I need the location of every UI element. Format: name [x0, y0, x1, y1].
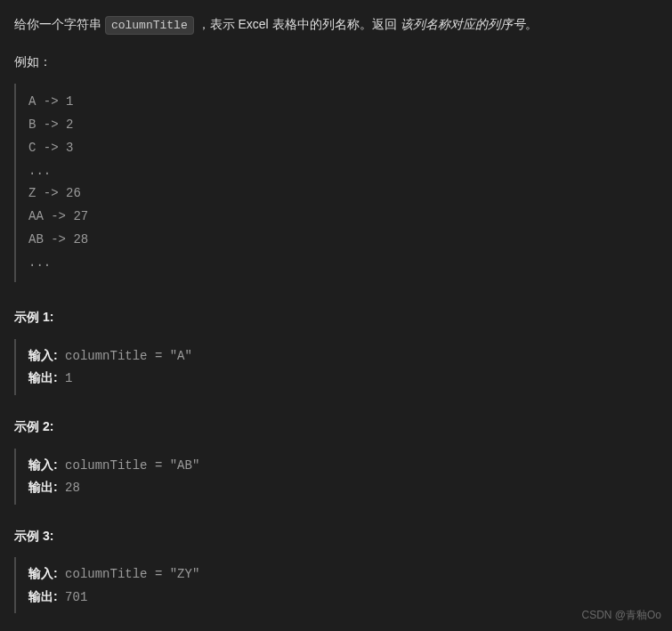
example-3-input: 输入: columnTitle = "ZY" [28, 562, 658, 586]
example-1-output: 输出: 1 [28, 367, 658, 390]
example-2-block: 输入: columnTitle = "AB" 输出: 28 [14, 449, 658, 505]
input-label: 输入: [28, 348, 58, 362]
desc-suffix: 。 [525, 17, 538, 31]
example-1-input: 输入: columnTitle = "A" [28, 344, 658, 368]
example-2-input: 输入: columnTitle = "AB" [28, 454, 658, 477]
output-value: 1 [58, 371, 73, 385]
input-value: columnTitle = "ZY" [58, 567, 200, 581]
output-value: 28 [58, 481, 80, 495]
inline-code-columntitle: columnTitle [105, 16, 194, 35]
example-2-section: 示例 2: 输入: columnTitle = "AB" 输出: 28 [14, 417, 658, 505]
example-1-title: 示例 1: [14, 307, 658, 328]
output-label: 输出: [28, 370, 58, 384]
example-3-title: 示例 3: [14, 526, 658, 547]
mapping-code-block: A -> 1 B -> 2 C -> 3 ... Z -> 26 AA -> 2… [14, 84, 658, 282]
problem-description: 给你一个字符串 columnTitle ，表示 Excel 表格中的列名称。返回… [14, 14, 658, 36]
input-label: 输入: [28, 457, 58, 472]
watermark-text: CSDN @青釉Oo [581, 606, 661, 624]
example-1-block: 输入: columnTitle = "A" 输出: 1 [14, 339, 658, 395]
example-1-section: 示例 1: 输入: columnTitle = "A" 输出: 1 [14, 307, 658, 395]
example-3-output: 输出: 701 [28, 586, 658, 609]
output-value: 701 [58, 590, 88, 604]
output-label: 输出: [28, 480, 58, 494]
example-intro-label: 例如： [14, 52, 658, 73]
input-value: columnTitle = "AB" [58, 458, 200, 473]
desc-italic: 该列名称对应的列序号 [401, 17, 525, 31]
input-value: columnTitle = "A" [58, 349, 192, 363]
output-label: 输出: [28, 589, 58, 603]
example-2-output: 输出: 28 [28, 476, 658, 499]
example-3-block: 输入: columnTitle = "ZY" 输出: 701 [14, 557, 658, 613]
input-label: 输入: [28, 566, 58, 580]
example-3-section: 示例 3: 输入: columnTitle = "ZY" 输出: 701 [14, 526, 658, 614]
desc-prefix: 给你一个字符串 [14, 17, 105, 31]
desc-middle: ，表示 Excel 表格中的列名称。返回 [194, 17, 401, 31]
example-2-title: 示例 2: [14, 417, 658, 438]
